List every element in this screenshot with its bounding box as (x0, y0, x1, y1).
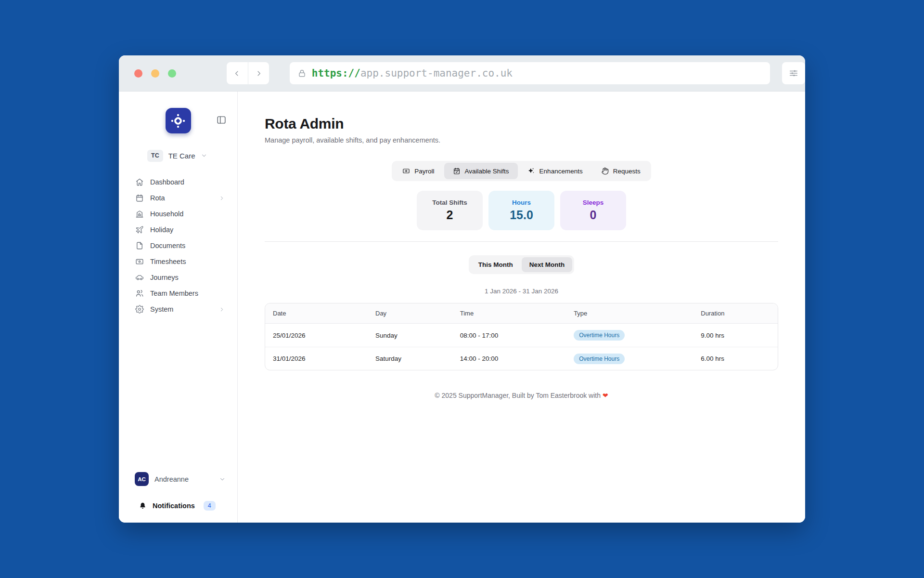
stat-card-total-shifts: Total Shifts2 (417, 191, 483, 230)
supportmanager-logo-icon (168, 111, 188, 131)
stat-card-hours: Hours15.0 (488, 191, 554, 230)
cell-day: Sunday (368, 332, 452, 339)
sidebar-item-timesheets[interactable]: Timesheets (119, 254, 237, 270)
users-icon (135, 289, 144, 298)
heart-icon: ❤ (603, 392, 608, 399)
stat-value: 0 (590, 208, 597, 222)
sidebar-item-label: Holiday (150, 226, 225, 234)
shift-type-badge: Overtime Hours (574, 330, 625, 341)
sidebar-item-label: Team Members (150, 289, 225, 297)
minimize-window-button[interactable] (151, 69, 159, 78)
sidebar-item-label: Rota (150, 194, 212, 202)
chevron-right-icon (255, 69, 263, 78)
footer-credit: © 2025 SupportManager, Built by Tom East… (265, 392, 778, 399)
maximize-window-button[interactable] (168, 69, 176, 78)
month-toggle: This MonthNext Month (469, 255, 574, 274)
notifications-count-badge: 4 (204, 501, 216, 511)
tab-label: Payroll (414, 168, 434, 175)
table-row[interactable]: 31/01/2026Saturday14:00 - 20:00Overtime … (265, 347, 778, 370)
app-logo[interactable] (166, 108, 191, 133)
tab-enhancements[interactable]: Enhancements (519, 163, 591, 179)
cell-date: 31/01/2026 (265, 355, 368, 362)
user-name: Andreanne (154, 475, 213, 483)
window-controls (134, 69, 176, 78)
chevron-right-icon (218, 306, 225, 313)
tab-label: Requests (613, 168, 641, 175)
sidebar-item-dashboard[interactable]: Dashboard (119, 174, 237, 190)
sidebar-collapse-button[interactable] (216, 115, 227, 125)
stat-value: 2 (447, 208, 453, 222)
cell-time: 08:00 - 17:00 (452, 332, 566, 339)
column-header-day: Day (368, 310, 452, 317)
sparkles-icon (527, 167, 535, 175)
bell-icon (139, 502, 147, 510)
team-selector[interactable]: TC TE Care (147, 150, 237, 162)
stat-label: Sleeps (583, 199, 604, 206)
sidebar-item-documents[interactable]: Documents (119, 238, 237, 254)
cell-time: 14:00 - 20:00 (452, 355, 566, 362)
tab-available-shifts[interactable]: Available Shifts (444, 163, 518, 179)
address-bar[interactable]: https://app.support-manager.co.uk (290, 62, 770, 84)
shift-type-badge: Overtime Hours (574, 354, 625, 364)
chevron-down-icon (219, 476, 226, 483)
column-header-duration: Duration (693, 310, 778, 317)
tab-label: Available Shifts (465, 168, 509, 175)
column-header-type: Type (566, 310, 693, 317)
table-row[interactable]: 25/01/2026Sunday08:00 - 17:00Overtime Ho… (265, 324, 778, 347)
toggle-this-month[interactable]: This Month (471, 257, 521, 272)
column-header-date: Date (265, 310, 368, 317)
sidebar-item-rota[interactable]: Rota (119, 190, 237, 206)
browser-chrome: https://app.support-manager.co.uk (119, 55, 805, 92)
plane-icon (135, 225, 144, 234)
team-name: TE Care (168, 152, 195, 160)
browser-back-button[interactable] (227, 62, 248, 84)
browser-forward-button[interactable] (248, 62, 269, 84)
cell-type: Overtime Hours (566, 330, 693, 341)
notifications-button[interactable]: Notifications 4 (119, 501, 237, 511)
sidebar-item-system[interactable]: System (119, 302, 237, 317)
document-icon (135, 241, 144, 250)
banknote-icon (402, 167, 410, 175)
user-menu[interactable]: AC Andreanne (119, 472, 237, 486)
tab-label: Enhancements (539, 168, 583, 175)
notifications-label: Notifications (153, 502, 195, 510)
sidebar-item-label: Household (150, 210, 225, 218)
cell-duration: 6.00 hrs (693, 355, 778, 362)
building-icon (135, 210, 144, 218)
url-text: app.support-manager.co.uk (360, 67, 513, 79)
sidebar-item-journeys[interactable]: Journeys (119, 270, 237, 286)
close-window-button[interactable] (134, 69, 142, 78)
tab-payroll[interactable]: Payroll (394, 163, 443, 179)
browser-settings-button[interactable] (782, 62, 805, 84)
lock-icon (297, 69, 307, 78)
cell-date: 25/01/2026 (265, 332, 368, 339)
hand-icon (601, 167, 609, 175)
tab-requests[interactable]: Requests (592, 163, 649, 179)
calendar-check-icon (453, 167, 461, 175)
sidebar-item-label: Dashboard (150, 178, 225, 186)
sliders-icon (788, 68, 799, 79)
date-range-label: 1 Jan 2026 - 31 Jan 2026 (485, 288, 558, 295)
stat-label: Total Shifts (432, 199, 467, 206)
page-title: Rota Admin (265, 116, 778, 132)
table-header-row: DateDayTimeTypeDuration (265, 303, 778, 324)
sidebar-item-team-members[interactable]: Team Members (119, 286, 237, 302)
chevron-right-icon (218, 195, 225, 201)
stats-cards: Total Shifts2Hours15.0Sleeps0 (417, 191, 626, 230)
calendar-icon (135, 194, 144, 202)
home-icon (135, 178, 144, 186)
sidebar-item-label: System (150, 305, 212, 313)
stat-card-sleeps: Sleeps0 (560, 191, 626, 230)
stat-value: 15.0 (510, 208, 533, 222)
toggle-next-month[interactable]: Next Month (522, 257, 573, 272)
column-header-time: Time (452, 310, 566, 317)
sidebar-item-label: Documents (150, 242, 225, 250)
chevron-left-icon (233, 69, 241, 78)
cell-day: Saturday (368, 355, 452, 362)
shifts-table: DateDayTimeTypeDuration 25/01/2026Sunday… (265, 303, 778, 370)
cell-type: Overtime Hours (566, 354, 693, 364)
sidebar-item-holiday[interactable]: Holiday (119, 222, 237, 238)
sidebar-item-label: Timesheets (150, 258, 225, 265)
sidebar-item-household[interactable]: Household (119, 206, 237, 222)
stat-label: Hours (512, 199, 531, 206)
